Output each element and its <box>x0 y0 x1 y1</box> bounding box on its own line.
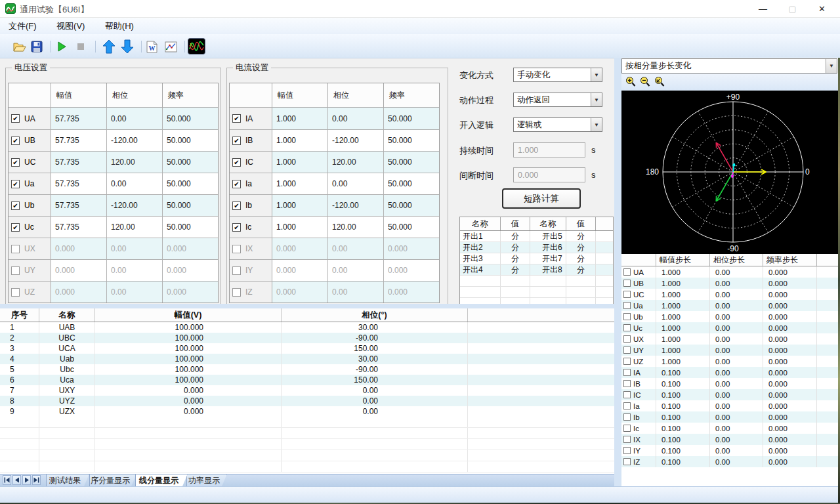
prev-page-button[interactable] <box>12 475 21 485</box>
menu-view[interactable]: 视图(V) <box>48 18 93 34</box>
freq-step[interactable]: 0.000 <box>763 333 817 345</box>
phase-value[interactable]: 120.00 <box>107 152 163 173</box>
line-row-UBC[interactable]: 2UBC100.000-90.00 <box>0 333 614 343</box>
freq-value[interactable]: 50.000 <box>163 217 218 238</box>
amp-value[interactable]: 57.735 <box>51 130 107 151</box>
amp-value[interactable]: 1.000 <box>272 152 328 173</box>
amp-step[interactable]: 1.000 <box>656 311 710 322</box>
freq-value[interactable]: 50.000 <box>163 152 218 173</box>
phase-value[interactable]: 120.00 <box>328 217 384 238</box>
freq-value[interactable]: 0.000 <box>163 282 218 303</box>
amp-value[interactable]: 57.735 <box>51 217 107 238</box>
chevron-down-icon[interactable]: ▼ <box>826 59 837 73</box>
freq-step[interactable]: 0.000 <box>763 423 817 434</box>
maximize-button[interactable]: ▢ <box>778 0 807 17</box>
amp-step[interactable]: 0.100 <box>656 456 710 467</box>
phase-step[interactable]: 0.00 <box>710 389 763 400</box>
line-row-Ubc[interactable]: 5Ubc100.000-90.00 <box>0 364 614 375</box>
phase-value[interactable]: 0.00 <box>328 282 384 303</box>
freq-step[interactable]: 0.000 <box>763 445 817 456</box>
freq-step[interactable]: 0.000 <box>763 289 817 300</box>
action-process-select[interactable]: 动作返回 ▼ <box>513 93 602 107</box>
freq-value[interactable]: 50.000 <box>384 195 439 216</box>
step-checkbox[interactable] <box>623 425 631 432</box>
freq-value[interactable]: 50.000 <box>384 130 439 151</box>
channel-checkbox[interactable]: ✔ <box>11 136 20 145</box>
tab-序分量显示[interactable]: 序分量显示 <box>89 474 136 486</box>
phase-step[interactable]: 0.00 <box>710 345 763 356</box>
freq-value[interactable]: 0.000 <box>384 260 439 281</box>
channel-checkbox[interactable]: ✔ <box>232 136 241 145</box>
amp-value[interactable]: 57.735 <box>51 108 107 129</box>
step-checkbox[interactable] <box>623 335 631 343</box>
channel-checkbox[interactable] <box>11 288 20 297</box>
freq-step[interactable]: 0.000 <box>763 356 817 367</box>
report-chart-button[interactable] <box>163 39 178 54</box>
amp-value[interactable]: 1.000 <box>272 108 328 129</box>
channel-checkbox[interactable]: ✔ <box>11 114 20 123</box>
channel-checkbox[interactable]: ✔ <box>232 114 241 123</box>
step-checkbox[interactable] <box>623 346 631 354</box>
channel-checkbox[interactable] <box>11 245 20 253</box>
freq-value[interactable]: 50.000 <box>163 130 218 151</box>
amp-step[interactable]: 0.100 <box>656 389 710 400</box>
step-checkbox[interactable] <box>623 380 631 387</box>
step-up-button[interactable] <box>101 39 117 54</box>
step-checkbox[interactable] <box>623 391 631 398</box>
tab-线分量显示[interactable]: 线分量显示 <box>135 474 188 486</box>
save-button[interactable] <box>29 39 45 54</box>
run-test-button[interactable] <box>54 39 70 54</box>
amp-value[interactable]: 0.000 <box>272 260 328 281</box>
freq-step[interactable]: 0.000 <box>763 434 817 445</box>
channel-checkbox[interactable] <box>232 288 241 297</box>
channel-checkbox[interactable] <box>232 245 241 253</box>
zoom-out-icon[interactable] <box>640 76 650 87</box>
amp-value[interactable]: 1.000 <box>272 217 328 238</box>
amp-step[interactable]: 1.000 <box>656 300 710 311</box>
freq-step[interactable]: 0.000 <box>763 266 817 278</box>
freq-value[interactable]: 50.000 <box>384 108 439 129</box>
phase-value[interactable]: 120.00 <box>107 217 163 238</box>
phase-step[interactable]: 0.00 <box>710 300 763 311</box>
amp-step[interactable]: 0.100 <box>656 411 710 423</box>
phase-step[interactable]: 0.00 <box>710 356 763 367</box>
phase-step[interactable]: 0.00 <box>710 456 763 467</box>
interval-input[interactable]: 0.000 <box>513 167 585 182</box>
open-file-button[interactable] <box>12 39 28 54</box>
line-row-UAB[interactable]: 1UAB100.00030.00 <box>0 322 614 333</box>
amp-value[interactable]: 57.735 <box>51 173 107 194</box>
channel-checkbox[interactable]: ✔ <box>232 180 241 188</box>
phase-value[interactable]: 0.00 <box>107 260 163 281</box>
amp-value[interactable]: 57.735 <box>51 152 107 173</box>
line-row-UCA[interactable]: 3UCA100.000150.00 <box>0 343 614 354</box>
step-checkbox[interactable] <box>623 447 631 454</box>
line-row-UXY[interactable]: 7UXY0.0000.00 <box>0 385 614 396</box>
step-checkbox[interactable] <box>623 458 631 465</box>
step-checkbox[interactable] <box>623 402 631 410</box>
amp-step[interactable]: 1.000 <box>656 322 710 333</box>
freq-step[interactable]: 0.000 <box>763 456 817 467</box>
freq-value[interactable]: 50.000 <box>163 195 218 216</box>
phase-value[interactable]: 0.00 <box>107 173 163 194</box>
phase-value[interactable]: 0.00 <box>328 238 384 259</box>
channel-checkbox[interactable]: ✔ <box>232 201 241 210</box>
step-checkbox[interactable] <box>623 268 631 276</box>
step-checkbox[interactable] <box>623 358 631 365</box>
freq-value[interactable]: 50.000 <box>384 217 439 238</box>
freq-step[interactable]: 0.000 <box>763 411 817 423</box>
channel-checkbox[interactable]: ✔ <box>11 180 20 188</box>
amp-step[interactable]: 0.100 <box>656 434 710 445</box>
step-checkbox[interactable] <box>623 280 631 287</box>
menu-help[interactable]: 帮助(H) <box>96 18 142 34</box>
step-checkbox[interactable] <box>623 313 631 320</box>
change-mode-select[interactable]: 手动变化 ▼ <box>513 68 602 82</box>
line-row-Uca[interactable]: 6Uca100.000150.00 <box>0 375 614 385</box>
short-circuit-calc-button[interactable]: 短路计算 <box>502 188 581 209</box>
amp-value[interactable]: 57.735 <box>51 195 107 216</box>
amp-value[interactable]: 0.000 <box>272 238 328 259</box>
freq-value[interactable]: 0.000 <box>384 282 439 303</box>
step-checkbox[interactable] <box>623 302 631 309</box>
menu-file[interactable]: 文件(F) <box>0 18 45 34</box>
duration-input[interactable]: 1.000 <box>513 142 585 158</box>
phase-value[interactable]: 0.00 <box>328 260 384 281</box>
